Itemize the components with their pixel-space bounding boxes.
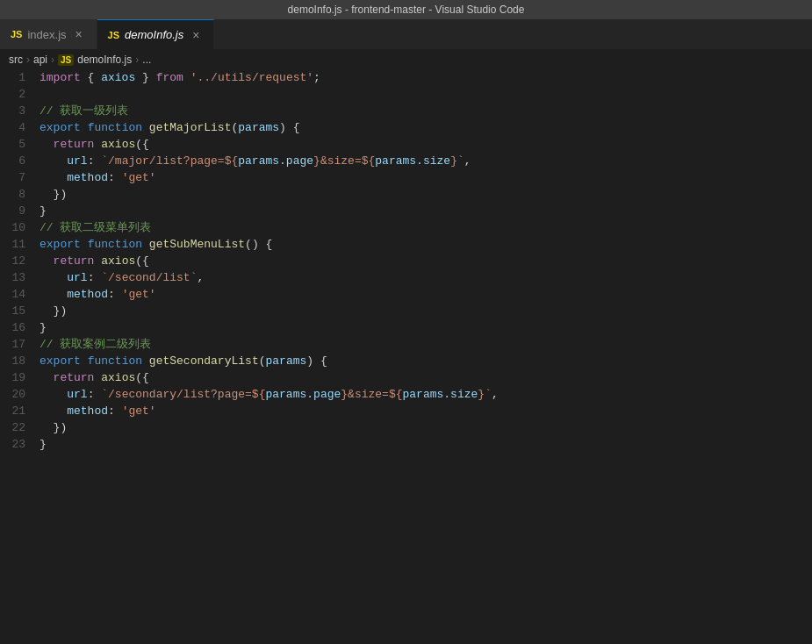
line-number-5: 5 xyxy=(0,136,40,153)
token-tpl-str: `/secondary/list?page=${ xyxy=(101,388,265,401)
line-number-23: 23 xyxy=(0,436,40,453)
tab-demoinfo-label: demoInfo.js xyxy=(125,28,183,41)
token-normal: ({ xyxy=(135,138,149,151)
breadcrumb-sep1: › xyxy=(26,54,30,66)
tab-index-js-icon: JS xyxy=(11,29,22,39)
code-line-14: method: 'get' xyxy=(40,286,812,303)
line-number-12: 12 xyxy=(0,253,40,269)
code-row-4: 4export function getMajorList(params) { xyxy=(0,119,812,136)
code-row-18: 18export function getSecondaryList(param… xyxy=(0,353,812,369)
token-str: 'get' xyxy=(122,404,156,418)
code-row-2: 2 xyxy=(0,86,812,103)
title-bar: demoInfo.js - frontend-master - Visual S… xyxy=(0,0,812,19)
tab-bar: JSindex.js×JSdemoInfo.js× xyxy=(0,19,812,50)
token-tpl-str: }&size=${ xyxy=(341,388,402,401)
token-normal xyxy=(40,271,67,284)
code-row-14: 14 method: 'get' xyxy=(0,286,812,303)
breadcrumb: src › api › JS demoInfo.js › ... xyxy=(0,50,812,69)
token-kw-from: from xyxy=(156,71,183,84)
line-number-18: 18 xyxy=(0,353,40,369)
token-kw-import: import xyxy=(40,71,81,84)
token-normal: } xyxy=(40,204,47,218)
token-normal: }) xyxy=(40,188,67,201)
token-normal: ) { xyxy=(306,354,327,368)
token-kw-return: return xyxy=(54,371,95,384)
token-normal: : xyxy=(108,288,122,301)
line-number-15: 15 xyxy=(0,303,40,319)
code-line-20: url: `/secondary/list?page=${params.page… xyxy=(40,386,812,403)
token-tpl-var: params.size xyxy=(403,388,478,401)
token-normal: ) { xyxy=(279,121,299,134)
tab-index-close[interactable]: × xyxy=(72,27,86,41)
code-row-17: 17// 获取案例二级列表 xyxy=(0,336,812,353)
token-fn-name: getSubMenuList xyxy=(149,238,245,251)
code-line-22: }) xyxy=(40,419,812,436)
code-row-21: 21 method: 'get' xyxy=(0,403,812,419)
breadcrumb-api: api xyxy=(33,54,47,66)
token-normal: }) xyxy=(40,304,67,318)
token-fn-name: getMajorList xyxy=(149,121,232,134)
token-comment: // 获取一级列表 xyxy=(40,104,128,118)
token-comment: // 获取案例二级列表 xyxy=(40,338,151,351)
code-editor: 1import { axios } from '../utils/request… xyxy=(0,69,812,644)
token-normal xyxy=(40,254,54,268)
token-normal xyxy=(40,154,67,168)
code-line-16: } xyxy=(40,319,812,336)
token-normal: : xyxy=(108,171,122,184)
token-normal xyxy=(40,171,67,184)
token-normal xyxy=(142,354,149,368)
token-fn-name: axios xyxy=(101,254,135,268)
token-str: 'get' xyxy=(122,288,156,301)
line-number-13: 13 xyxy=(0,269,40,286)
code-row-1: 1import { axios } from '../utils/request… xyxy=(0,69,812,86)
token-normal: } xyxy=(135,71,155,84)
token-normal: } xyxy=(40,321,47,334)
code-line-11: export function getSubMenuList() { xyxy=(40,236,812,253)
token-prop: method xyxy=(67,288,108,301)
code-line-19: return axios({ xyxy=(40,369,812,386)
token-normal xyxy=(142,238,149,251)
token-normal xyxy=(40,138,54,151)
token-fn-name: getSecondaryList xyxy=(149,354,259,368)
code-line-8: }) xyxy=(40,186,812,203)
code-row-9: 9} xyxy=(0,203,812,219)
token-tpl-var: params.size xyxy=(375,154,450,168)
token-param: params xyxy=(238,121,279,134)
token-normal xyxy=(142,121,149,134)
code-row-3: 3// 获取一级列表 xyxy=(0,103,812,119)
token-kw-export: export xyxy=(40,238,81,251)
tab-index[interactable]: JSindex.js× xyxy=(0,19,97,49)
token-normal: , xyxy=(464,154,471,168)
line-number-2: 2 xyxy=(0,86,40,103)
token-tpl-var: params.page xyxy=(238,154,313,168)
token-prop: url xyxy=(67,271,87,284)
code-row-6: 6 url: `/major/list?page=${params.page}&… xyxy=(0,153,812,169)
token-comment: // 获取二级菜单列表 xyxy=(40,221,151,234)
token-normal: } xyxy=(40,438,47,451)
code-line-23: } xyxy=(40,436,812,453)
token-str: 'get' xyxy=(122,171,156,184)
tab-demoinfo[interactable]: JSdemoInfo.js× xyxy=(97,19,215,49)
code-row-5: 5 return axios({ xyxy=(0,136,812,153)
code-row-13: 13 url: `/second/list`, xyxy=(0,269,812,286)
code-line-13: url: `/second/list`, xyxy=(40,269,812,286)
line-number-16: 16 xyxy=(0,319,40,336)
token-normal xyxy=(81,354,88,368)
breadcrumb-sep2: › xyxy=(51,54,54,66)
code-line-9: } xyxy=(40,203,812,219)
token-normal: : xyxy=(88,271,102,284)
token-normal xyxy=(183,71,190,84)
token-normal xyxy=(81,238,88,251)
line-number-11: 11 xyxy=(0,236,40,253)
token-normal: : xyxy=(88,154,102,168)
token-prop: url xyxy=(67,388,87,401)
tab-demoinfo-close[interactable]: × xyxy=(189,28,203,42)
line-number-17: 17 xyxy=(0,336,40,353)
token-prop: method xyxy=(67,404,108,418)
token-tpl-str: }&size=${ xyxy=(313,154,375,168)
code-line-7: method: 'get' xyxy=(40,169,812,186)
token-param: params xyxy=(266,354,307,368)
code-row-15: 15 }) xyxy=(0,303,812,319)
line-number-20: 20 xyxy=(0,386,40,403)
code-line-21: method: 'get' xyxy=(40,403,812,419)
